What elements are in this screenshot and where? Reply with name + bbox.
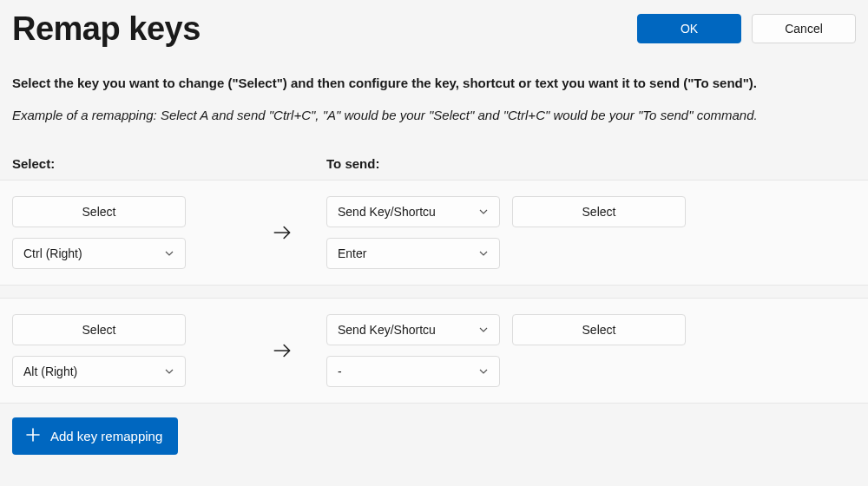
add-remapping-button[interactable]: Add key remapping xyxy=(12,417,178,455)
select-key-button[interactable]: Select xyxy=(12,196,186,227)
mapping-row: Select Alt (Right) Send Key/Shortcu Sele… xyxy=(0,298,868,404)
plus-icon xyxy=(24,426,42,446)
send-key-dropdown[interactable]: - xyxy=(326,356,500,387)
chevron-down-icon xyxy=(478,248,489,259)
send-type-dropdown[interactable]: Send Key/Shortcu xyxy=(326,196,500,227)
select-key-button[interactable]: Select xyxy=(12,314,186,345)
chevron-down-icon xyxy=(478,366,489,377)
send-type-dropdown[interactable]: Send Key/Shortcu xyxy=(326,314,500,345)
cancel-button[interactable]: Cancel xyxy=(752,14,856,43)
select-key-value: Alt (Right) xyxy=(23,364,77,378)
chevron-down-icon xyxy=(164,248,174,259)
select-key-dropdown[interactable]: Alt (Right) xyxy=(12,356,186,387)
add-remapping-label: Add key remapping xyxy=(50,429,162,443)
page-title: Remap keys xyxy=(12,10,201,48)
send-select-button[interactable]: Select xyxy=(512,314,686,345)
send-select-button[interactable]: Select xyxy=(512,196,686,227)
chevron-down-icon xyxy=(478,207,489,217)
select-column-label: Select: xyxy=(12,156,326,171)
chevron-down-icon xyxy=(164,366,174,377)
select-key-value: Ctrl (Right) xyxy=(23,246,82,260)
example-text: Example of a remapping: Select A and sen… xyxy=(12,106,856,126)
ok-button[interactable]: OK xyxy=(637,14,741,43)
send-key-dropdown[interactable]: Enter xyxy=(326,238,500,269)
send-key-value: - xyxy=(338,364,342,378)
arrow-right-icon xyxy=(238,339,326,362)
select-key-dropdown[interactable]: Ctrl (Right) xyxy=(12,238,186,269)
tosend-column-label: To send: xyxy=(326,156,379,171)
send-type-value: Send Key/Shortcu xyxy=(338,323,436,337)
chevron-down-icon xyxy=(478,325,489,335)
send-type-value: Send Key/Shortcu xyxy=(338,205,436,219)
mapping-row: Select Ctrl (Right) Send Key/Shortcu Sel… xyxy=(0,180,868,286)
instruction-text: Select the key you want to change ("Sele… xyxy=(12,74,856,94)
arrow-right-icon xyxy=(238,221,326,244)
send-key-value: Enter xyxy=(338,246,366,260)
